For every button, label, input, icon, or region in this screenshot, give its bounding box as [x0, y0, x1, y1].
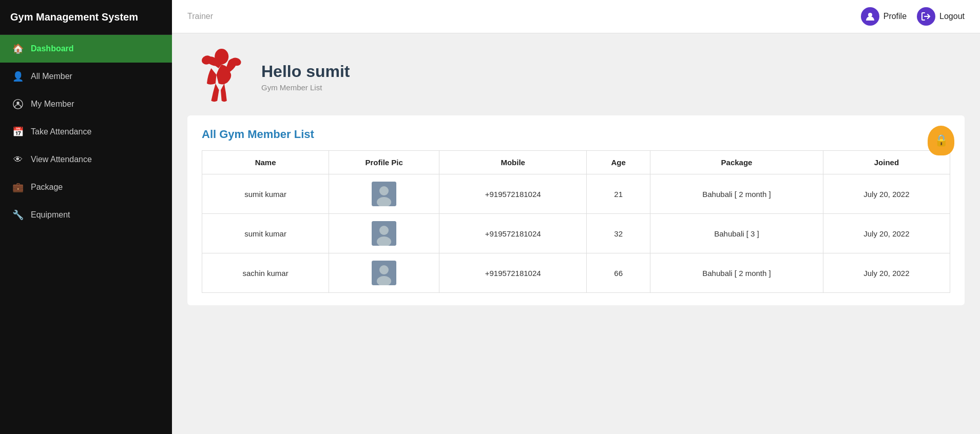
logout-label: Logout	[939, 12, 965, 21]
sidebar-item-view-attendance[interactable]: 👁 View Attendance	[0, 146, 172, 173]
cell-joined: July 20, 2022	[823, 253, 950, 293]
main-content: Trainer Profile	[172, 0, 980, 434]
calendar-icon: 📅	[12, 126, 24, 137]
sidebar-item-take-attendance[interactable]: 📅 Take Attendance	[0, 118, 172, 146]
hero-banner: Hello sumit Gym Member List	[172, 33, 980, 115]
avatar	[372, 261, 396, 285]
sidebar-item-equipment[interactable]: 🔧 Equipment	[0, 201, 172, 229]
sidebar-nav: 🏠 Dashboard 👤 All Member My Member 📅 Tak…	[0, 35, 172, 229]
fab-button[interactable]: 🔒	[928, 126, 954, 155]
person-icon: 👤	[12, 71, 24, 82]
cell-profile-pic	[329, 174, 439, 214]
profile-button[interactable]: Profile	[861, 7, 907, 26]
briefcase-icon: 💼	[12, 182, 24, 193]
eye-icon: 👁	[12, 154, 24, 165]
sidebar-item-all-member[interactable]: 👤 All Member	[0, 63, 172, 90]
wrench-icon: 🔧	[12, 209, 24, 221]
cell-age: 21	[587, 174, 650, 214]
cell-profile-pic	[329, 253, 439, 293]
lock-icon: 🔒	[934, 134, 948, 147]
svg-point-7	[379, 186, 389, 195]
col-age: Age	[587, 151, 650, 174]
sidebar-item-label: All Member	[31, 72, 72, 81]
col-mobile: Mobile	[439, 151, 587, 174]
members-table: Name Profile Pic Mobile Age Package Join…	[202, 150, 950, 293]
sidebar-item-package[interactable]: 💼 Package	[0, 173, 172, 201]
col-package: Package	[650, 151, 823, 174]
home-icon: 🏠	[12, 43, 24, 54]
svg-point-10	[379, 226, 389, 235]
table-header-row: Name Profile Pic Mobile Age Package Join…	[202, 151, 950, 174]
hero-subtitle: Gym Member List	[261, 83, 350, 92]
logout-icon	[917, 7, 935, 26]
cell-profile-pic	[329, 214, 439, 253]
person-circle-icon	[12, 98, 24, 110]
hero-greeting: Hello sumit	[261, 62, 350, 81]
cell-name: sumit kumar	[202, 174, 329, 214]
cell-name: sumit kumar	[202, 214, 329, 253]
sidebar-item-my-member[interactable]: My Member	[0, 90, 172, 118]
topbar-trainer-label: Trainer	[187, 12, 213, 21]
col-profile-pic: Profile Pic	[329, 151, 439, 174]
sidebar-item-label: Dashboard	[31, 44, 74, 53]
col-name: Name	[202, 151, 329, 174]
table-row: sachin kumar +91957218102466Bahubali [ 2…	[202, 253, 950, 293]
svg-point-13	[379, 265, 389, 274]
cell-package: Bahubali [ 3 ]	[650, 214, 823, 253]
gym-figure-icon	[193, 49, 249, 105]
sidebar-item-label: Equipment	[31, 210, 70, 220]
cell-joined: July 20, 2022	[823, 214, 950, 253]
sidebar-item-label: Package	[31, 183, 63, 192]
sidebar-item-label: View Attendance	[31, 155, 92, 164]
profile-label: Profile	[883, 12, 907, 21]
sidebar-item-dashboard[interactable]: 🏠 Dashboard	[0, 35, 172, 63]
sidebar: Gym Management System 🏠 Dashboard 👤 All …	[0, 0, 172, 434]
avatar	[372, 182, 396, 206]
cell-age: 32	[587, 214, 650, 253]
cell-package: Bahubali [ 2 month ]	[650, 253, 823, 293]
hero-text: Hello sumit Gym Member List	[261, 62, 350, 92]
sidebar-item-label: My Member	[31, 100, 74, 109]
cell-age: 66	[587, 253, 650, 293]
app-title: Gym Management System	[0, 0, 172, 35]
topbar: Trainer Profile	[172, 0, 980, 33]
table-row: sumit kumar +91957218102432Bahubali [ 3 …	[202, 214, 950, 253]
cell-joined: July 20, 2022	[823, 174, 950, 214]
table-title: All Gym Member List	[202, 128, 950, 141]
content-area: Hello sumit Gym Member List 🔒 All Gym Me…	[172, 33, 980, 434]
table-row: sumit kumar +91957218102421Bahubali [ 2 …	[202, 174, 950, 214]
topbar-actions: Profile Logout	[861, 7, 965, 26]
cell-package: Bahubali [ 2 month ]	[650, 174, 823, 214]
table-body: sumit kumar +91957218102421Bahubali [ 2 …	[202, 174, 950, 293]
cell-mobile: +919572181024	[439, 214, 587, 253]
svg-point-2	[868, 13, 872, 17]
profile-icon	[861, 7, 879, 26]
table-section: 🔒 All Gym Member List Name Profile Pic M…	[187, 115, 965, 305]
cell-mobile: +919572181024	[439, 253, 587, 293]
cell-name: sachin kumar	[202, 253, 329, 293]
col-joined: Joined	[823, 151, 950, 174]
svg-point-1	[16, 102, 19, 104]
sidebar-item-label: Take Attendance	[31, 127, 91, 136]
logout-button[interactable]: Logout	[917, 7, 965, 26]
cell-mobile: +919572181024	[439, 174, 587, 214]
avatar	[372, 221, 396, 246]
